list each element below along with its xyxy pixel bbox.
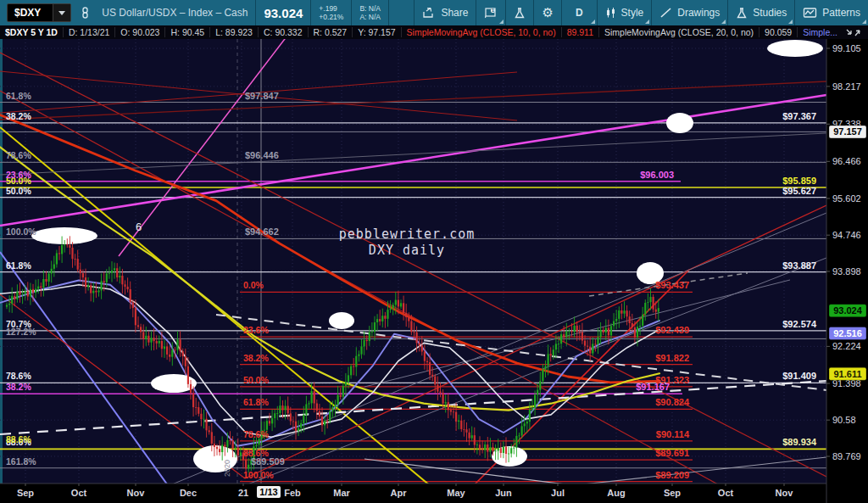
svg-text:May: May <box>447 488 465 498</box>
instrument-description: US Dollar/USDX – Index – Cash <box>94 0 256 25</box>
svg-text:$89.934: $89.934 <box>782 437 817 447</box>
svg-text:92.516: 92.516 <box>833 328 862 338</box>
symbol-selector[interactable]: $DXY <box>7 3 71 22</box>
status-low: L: 89.923 <box>210 27 259 37</box>
study-more-label[interactable]: Simple... <box>798 27 843 37</box>
pointer-tools-icon <box>844 27 863 38</box>
bid-value: B: N/A <box>359 4 381 13</box>
svg-text:1/13: 1/13 <box>259 487 277 497</box>
drawings-label: Drawings <box>677 7 720 19</box>
svg-text:Feb: Feb <box>284 488 301 498</box>
svg-text:pebblewriter.com: pebblewriter.com <box>339 226 476 242</box>
svg-text:50.0%: 50.0% <box>243 375 269 385</box>
svg-text:93.024: 93.024 <box>833 305 863 316</box>
svg-text:100.0%: 100.0% <box>243 470 274 480</box>
svg-text:Apr: Apr <box>391 488 408 498</box>
svg-text:$94.662: $94.662 <box>245 226 279 237</box>
svg-text:99.105: 99.105 <box>832 43 861 53</box>
svg-text:38.2%: 38.2% <box>243 353 269 363</box>
studies-button[interactable]: Studies <box>728 0 795 25</box>
svg-text:50.0%: 50.0% <box>6 186 31 196</box>
svg-text:$95.859: $95.859 <box>782 176 816 186</box>
svg-text:$90.824: $90.824 <box>655 397 690 407</box>
svg-text:Dec: Dec <box>180 488 197 498</box>
svg-text:$97.367: $97.367 <box>782 111 816 121</box>
style-button[interactable]: Style <box>598 0 653 25</box>
studies-beaker-icon <box>736 7 748 20</box>
svg-text:6: 6 <box>136 221 142 233</box>
status-close: C: 90.332 <box>259 27 309 37</box>
alerts-button[interactable]: 1 <box>476 0 506 25</box>
svg-text:96.466: 96.466 <box>832 156 861 166</box>
toolbar-spacer <box>389 0 415 25</box>
gear-icon: ⚙ <box>542 5 553 20</box>
status-year-high: Y: 97.157 <box>353 27 401 37</box>
status-range: R: 0.527 <box>309 27 353 37</box>
flag-note-icon: 1 <box>484 7 498 19</box>
svg-text:$93.437: $93.437 <box>655 280 689 290</box>
svg-text:$89.691: $89.691 <box>655 448 689 458</box>
ask-value: A: N/A <box>359 13 381 21</box>
svg-text:$97.847: $97.847 <box>245 91 279 101</box>
svg-text:$91.323: $91.323 <box>655 375 689 385</box>
svg-text:21: 21 <box>238 488 248 498</box>
svg-text:93.898: 93.898 <box>832 266 861 277</box>
share-icon <box>422 7 436 19</box>
study-sma20-label[interactable]: SimpleMovingAvg (CLOSE, 20, 0, no) <box>599 27 760 37</box>
style-label: Style <box>621 7 644 19</box>
svg-text:91.611: 91.611 <box>833 369 861 379</box>
patterns-icon <box>803 7 817 19</box>
settings-button[interactable]: ⚙ <box>534 0 561 25</box>
svg-text:$91.409: $91.409 <box>782 371 816 381</box>
svg-text:23.6%: 23.6% <box>243 325 269 335</box>
svg-text:$95.627: $95.627 <box>782 186 816 196</box>
svg-text:0.0%: 0.0% <box>243 280 264 290</box>
last-price: 93.024 <box>264 6 303 20</box>
dropdown-caret <box>499 20 504 24</box>
status-date: D: 1/13/21 <box>64 27 115 37</box>
patterns-button[interactable]: Patterns <box>795 0 868 25</box>
svg-text:88.6%: 88.6% <box>6 434 31 444</box>
share-button[interactable]: Share <box>415 0 476 25</box>
svg-text:61.8%: 61.8% <box>6 260 31 271</box>
chevron-down-icon <box>58 11 65 15</box>
status-high: H: 90.45 <box>165 27 210 37</box>
quick-study-button[interactable] <box>506 0 534 25</box>
timeframe-label: D <box>576 7 583 19</box>
timeframe-button[interactable]: D <box>562 0 598 25</box>
chart-corner-tools[interactable] <box>844 26 863 42</box>
svg-text:161.8%: 161.8% <box>6 456 36 467</box>
link-symbol-button[interactable] <box>76 0 94 25</box>
symbol-dropdown-button[interactable] <box>53 4 70 21</box>
svg-text:$96.003: $96.003 <box>640 170 674 180</box>
svg-text:$92.439: $92.439 <box>655 325 689 335</box>
svg-text:90.58: 90.58 <box>832 415 856 425</box>
plot-background[interactable] <box>0 39 826 483</box>
svg-text:78.6%: 78.6% <box>6 371 31 381</box>
studies-label: Studies <box>753 7 787 19</box>
svg-text:94.746: 94.746 <box>832 230 861 240</box>
top-toolbar: $DXY US Dollar/USDX – Index – Cash 93.02… <box>0 0 868 25</box>
dropdown-caret <box>645 20 649 24</box>
svg-text:1: 1 <box>492 8 494 13</box>
svg-text:97.157: 97.157 <box>833 126 862 137</box>
svg-text:DXY daily: DXY daily <box>369 243 445 258</box>
svg-text:100.0%: 100.0% <box>6 226 36 237</box>
chart-canvas[interactable]: 38.2%$97.36750.0%$95.85950.0%$95.62761.8… <box>0 0 868 503</box>
beaker-icon <box>514 7 526 20</box>
svg-text:95.602: 95.602 <box>832 193 861 204</box>
svg-text:$96.446: $96.446 <box>245 150 279 160</box>
share-label: Share <box>441 7 468 19</box>
svg-text:Oct: Oct <box>718 488 734 498</box>
svg-text:Nov: Nov <box>776 488 794 498</box>
dropdown-caret <box>788 20 793 24</box>
time-axis-background[interactable] <box>0 483 826 503</box>
svg-text:$92.574: $92.574 <box>782 319 817 329</box>
drawings-button[interactable]: Drawings <box>652 0 728 25</box>
svg-text:Aug: Aug <box>607 488 625 498</box>
study-sma10-label[interactable]: SimpleMovingAvg (CLOSE, 10, 0, no) <box>402 27 562 37</box>
svg-text:78.6%: 78.6% <box>6 150 31 160</box>
status-symbol-timeframe: $DXY 5 Y 1D <box>0 27 64 37</box>
symbol-input[interactable]: $DXY <box>8 7 53 19</box>
svg-text:Sep: Sep <box>664 488 681 498</box>
